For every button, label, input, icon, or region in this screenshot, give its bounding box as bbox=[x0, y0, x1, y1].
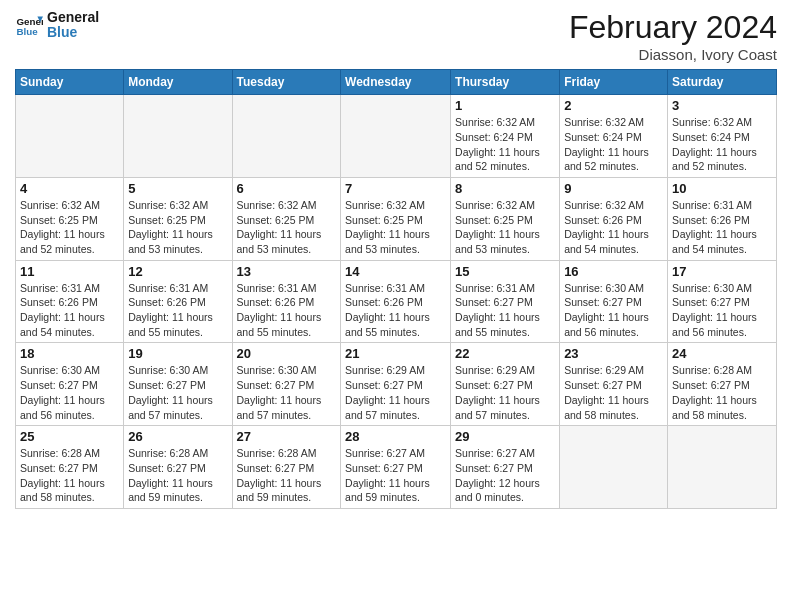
day-number: 20 bbox=[237, 346, 337, 361]
table-row: 27Sunrise: 6:28 AM Sunset: 6:27 PM Dayli… bbox=[232, 426, 341, 509]
table-row: 13Sunrise: 6:31 AM Sunset: 6:26 PM Dayli… bbox=[232, 260, 341, 343]
header-sunday: Sunday bbox=[16, 70, 124, 95]
table-row: 22Sunrise: 6:29 AM Sunset: 6:27 PM Dayli… bbox=[451, 343, 560, 426]
day-number: 24 bbox=[672, 346, 772, 361]
table-row: 9Sunrise: 6:32 AM Sunset: 6:26 PM Daylig… bbox=[560, 177, 668, 260]
calendar-subtitle: Diasson, Ivory Coast bbox=[569, 46, 777, 63]
table-row: 7Sunrise: 6:32 AM Sunset: 6:25 PM Daylig… bbox=[341, 177, 451, 260]
header-tuesday: Tuesday bbox=[232, 70, 341, 95]
table-row: 14Sunrise: 6:31 AM Sunset: 6:26 PM Dayli… bbox=[341, 260, 451, 343]
day-info: Sunrise: 6:30 AM Sunset: 6:27 PM Dayligh… bbox=[20, 363, 119, 422]
table-row bbox=[16, 95, 124, 178]
table-row bbox=[124, 95, 232, 178]
day-number: 17 bbox=[672, 264, 772, 279]
day-number: 10 bbox=[672, 181, 772, 196]
day-number: 5 bbox=[128, 181, 227, 196]
table-row: 2Sunrise: 6:32 AM Sunset: 6:24 PM Daylig… bbox=[560, 95, 668, 178]
day-info: Sunrise: 6:32 AM Sunset: 6:24 PM Dayligh… bbox=[564, 115, 663, 174]
header-thursday: Thursday bbox=[451, 70, 560, 95]
day-number: 22 bbox=[455, 346, 555, 361]
calendar-title: February 2024 bbox=[569, 10, 777, 45]
table-row: 23Sunrise: 6:29 AM Sunset: 6:27 PM Dayli… bbox=[560, 343, 668, 426]
day-info: Sunrise: 6:32 AM Sunset: 6:25 PM Dayligh… bbox=[455, 198, 555, 257]
header-monday: Monday bbox=[124, 70, 232, 95]
calendar-header-row: Sunday Monday Tuesday Wednesday Thursday… bbox=[16, 70, 777, 95]
header-wednesday: Wednesday bbox=[341, 70, 451, 95]
calendar-week-row: 11Sunrise: 6:31 AM Sunset: 6:26 PM Dayli… bbox=[16, 260, 777, 343]
table-row: 25Sunrise: 6:28 AM Sunset: 6:27 PM Dayli… bbox=[16, 426, 124, 509]
day-info: Sunrise: 6:32 AM Sunset: 6:25 PM Dayligh… bbox=[20, 198, 119, 257]
day-info: Sunrise: 6:29 AM Sunset: 6:27 PM Dayligh… bbox=[455, 363, 555, 422]
table-row: 1Sunrise: 6:32 AM Sunset: 6:24 PM Daylig… bbox=[451, 95, 560, 178]
day-number: 15 bbox=[455, 264, 555, 279]
logo-icon: General Blue bbox=[15, 11, 43, 39]
table-row bbox=[341, 95, 451, 178]
day-number: 13 bbox=[237, 264, 337, 279]
day-info: Sunrise: 6:30 AM Sunset: 6:27 PM Dayligh… bbox=[128, 363, 227, 422]
day-number: 23 bbox=[564, 346, 663, 361]
day-info: Sunrise: 6:28 AM Sunset: 6:27 PM Dayligh… bbox=[20, 446, 119, 505]
day-number: 25 bbox=[20, 429, 119, 444]
day-number: 9 bbox=[564, 181, 663, 196]
table-row: 11Sunrise: 6:31 AM Sunset: 6:26 PM Dayli… bbox=[16, 260, 124, 343]
header-saturday: Saturday bbox=[668, 70, 777, 95]
table-row: 28Sunrise: 6:27 AM Sunset: 6:27 PM Dayli… bbox=[341, 426, 451, 509]
day-info: Sunrise: 6:27 AM Sunset: 6:27 PM Dayligh… bbox=[345, 446, 446, 505]
day-info: Sunrise: 6:29 AM Sunset: 6:27 PM Dayligh… bbox=[564, 363, 663, 422]
table-row: 21Sunrise: 6:29 AM Sunset: 6:27 PM Dayli… bbox=[341, 343, 451, 426]
day-info: Sunrise: 6:27 AM Sunset: 6:27 PM Dayligh… bbox=[455, 446, 555, 505]
day-number: 26 bbox=[128, 429, 227, 444]
table-row: 5Sunrise: 6:32 AM Sunset: 6:25 PM Daylig… bbox=[124, 177, 232, 260]
logo: General Blue General Blue bbox=[15, 10, 99, 41]
day-number: 11 bbox=[20, 264, 119, 279]
calendar-week-row: 25Sunrise: 6:28 AM Sunset: 6:27 PM Dayli… bbox=[16, 426, 777, 509]
table-row: 10Sunrise: 6:31 AM Sunset: 6:26 PM Dayli… bbox=[668, 177, 777, 260]
day-info: Sunrise: 6:32 AM Sunset: 6:25 PM Dayligh… bbox=[237, 198, 337, 257]
header: General Blue General Blue February 2024 … bbox=[15, 10, 777, 63]
day-number: 18 bbox=[20, 346, 119, 361]
table-row bbox=[668, 426, 777, 509]
day-info: Sunrise: 6:30 AM Sunset: 6:27 PM Dayligh… bbox=[237, 363, 337, 422]
table-row: 26Sunrise: 6:28 AM Sunset: 6:27 PM Dayli… bbox=[124, 426, 232, 509]
logo-text: Blue bbox=[47, 25, 99, 40]
day-number: 21 bbox=[345, 346, 446, 361]
day-number: 29 bbox=[455, 429, 555, 444]
table-row: 16Sunrise: 6:30 AM Sunset: 6:27 PM Dayli… bbox=[560, 260, 668, 343]
table-row: 3Sunrise: 6:32 AM Sunset: 6:24 PM Daylig… bbox=[668, 95, 777, 178]
day-info: Sunrise: 6:28 AM Sunset: 6:27 PM Dayligh… bbox=[128, 446, 227, 505]
calendar-week-row: 18Sunrise: 6:30 AM Sunset: 6:27 PM Dayli… bbox=[16, 343, 777, 426]
title-block: February 2024 Diasson, Ivory Coast bbox=[569, 10, 777, 63]
table-row: 6Sunrise: 6:32 AM Sunset: 6:25 PM Daylig… bbox=[232, 177, 341, 260]
table-row: 15Sunrise: 6:31 AM Sunset: 6:27 PM Dayli… bbox=[451, 260, 560, 343]
day-info: Sunrise: 6:31 AM Sunset: 6:27 PM Dayligh… bbox=[455, 281, 555, 340]
day-info: Sunrise: 6:30 AM Sunset: 6:27 PM Dayligh… bbox=[564, 281, 663, 340]
day-number: 3 bbox=[672, 98, 772, 113]
day-number: 2 bbox=[564, 98, 663, 113]
table-row: 12Sunrise: 6:31 AM Sunset: 6:26 PM Dayli… bbox=[124, 260, 232, 343]
day-info: Sunrise: 6:28 AM Sunset: 6:27 PM Dayligh… bbox=[672, 363, 772, 422]
header-friday: Friday bbox=[560, 70, 668, 95]
table-row: 18Sunrise: 6:30 AM Sunset: 6:27 PM Dayli… bbox=[16, 343, 124, 426]
svg-text:Blue: Blue bbox=[16, 26, 38, 37]
day-info: Sunrise: 6:31 AM Sunset: 6:26 PM Dayligh… bbox=[237, 281, 337, 340]
day-info: Sunrise: 6:31 AM Sunset: 6:26 PM Dayligh… bbox=[345, 281, 446, 340]
day-number: 8 bbox=[455, 181, 555, 196]
day-info: Sunrise: 6:31 AM Sunset: 6:26 PM Dayligh… bbox=[128, 281, 227, 340]
day-info: Sunrise: 6:30 AM Sunset: 6:27 PM Dayligh… bbox=[672, 281, 772, 340]
day-number: 27 bbox=[237, 429, 337, 444]
day-number: 28 bbox=[345, 429, 446, 444]
table-row: 19Sunrise: 6:30 AM Sunset: 6:27 PM Dayli… bbox=[124, 343, 232, 426]
table-row: 8Sunrise: 6:32 AM Sunset: 6:25 PM Daylig… bbox=[451, 177, 560, 260]
day-info: Sunrise: 6:28 AM Sunset: 6:27 PM Dayligh… bbox=[237, 446, 337, 505]
day-info: Sunrise: 6:31 AM Sunset: 6:26 PM Dayligh… bbox=[20, 281, 119, 340]
table-row: 20Sunrise: 6:30 AM Sunset: 6:27 PM Dayli… bbox=[232, 343, 341, 426]
day-number: 19 bbox=[128, 346, 227, 361]
day-info: Sunrise: 6:31 AM Sunset: 6:26 PM Dayligh… bbox=[672, 198, 772, 257]
day-number: 14 bbox=[345, 264, 446, 279]
table-row: 17Sunrise: 6:30 AM Sunset: 6:27 PM Dayli… bbox=[668, 260, 777, 343]
calendar-week-row: 1Sunrise: 6:32 AM Sunset: 6:24 PM Daylig… bbox=[16, 95, 777, 178]
day-number: 16 bbox=[564, 264, 663, 279]
day-number: 1 bbox=[455, 98, 555, 113]
table-row: 24Sunrise: 6:28 AM Sunset: 6:27 PM Dayli… bbox=[668, 343, 777, 426]
calendar-week-row: 4Sunrise: 6:32 AM Sunset: 6:25 PM Daylig… bbox=[16, 177, 777, 260]
